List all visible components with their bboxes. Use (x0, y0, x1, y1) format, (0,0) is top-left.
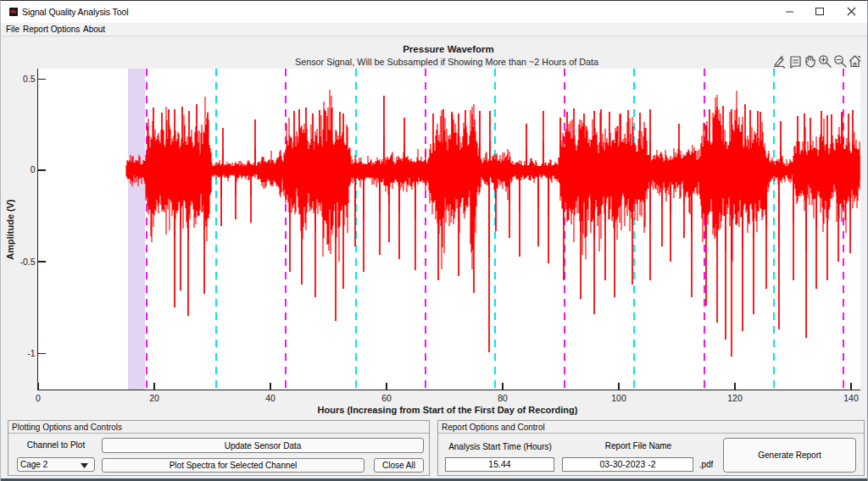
svg-text:20: 20 (149, 393, 159, 403)
svg-text:Amplitude (V): Amplitude (V) (5, 199, 15, 260)
svg-text:0: 0 (31, 164, 36, 174)
svg-text:60: 60 (381, 393, 392, 403)
svg-text:140: 140 (843, 393, 859, 403)
svg-text:Sensor Signal, Will be Subsamp: Sensor Signal, Will be Subsampled if Sho… (295, 57, 598, 67)
svg-text:-0.5: -0.5 (19, 257, 35, 267)
svg-text:100: 100 (611, 393, 626, 403)
svg-text:120: 120 (727, 393, 743, 403)
svg-text:Pressure Waveform: Pressure Waveform (403, 44, 494, 54)
svg-text:0.5: 0.5 (23, 74, 36, 84)
svg-text:40: 40 (265, 393, 275, 403)
svg-text:80: 80 (498, 393, 508, 403)
svg-text:0: 0 (36, 393, 41, 403)
svg-text:Hours (Increasing from Start o: Hours (Increasing from Start of the Firs… (318, 405, 578, 415)
svg-text:-1: -1 (27, 348, 35, 358)
